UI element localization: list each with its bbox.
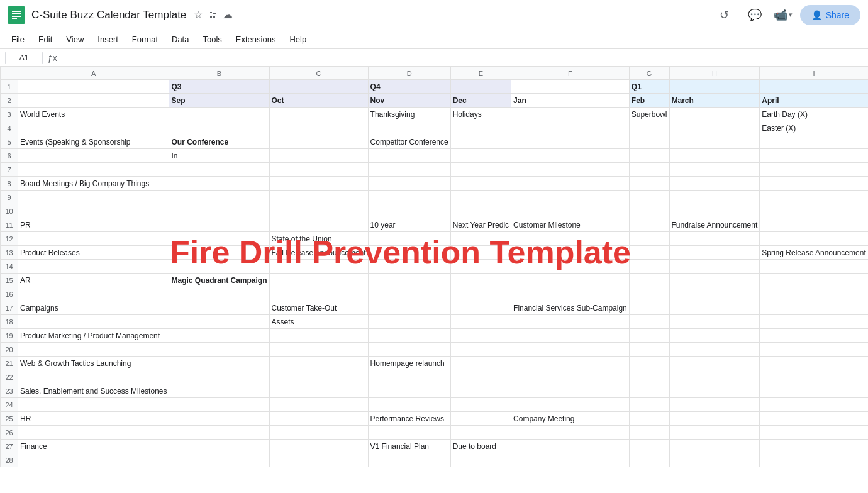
cell-r11-c2[interactable]	[169, 218, 269, 232]
cloud-icon[interactable]: ☁	[223, 9, 233, 21]
row-header-28[interactable]: 28	[1, 453, 18, 467]
cell-r27-c8[interactable]	[669, 440, 760, 453]
cell-r28-c5[interactable]	[450, 453, 511, 467]
cell-r18-c4[interactable]	[368, 315, 450, 329]
cell-r8-c7[interactable]	[629, 177, 669, 191]
cell-r26-c6[interactable]	[511, 426, 630, 440]
cell-r17-c8[interactable]	[669, 301, 760, 315]
cell-r16-c2[interactable]	[169, 287, 269, 301]
cell-r24-c5[interactable]	[450, 398, 511, 412]
menu-insert[interactable]: Insert	[91, 32, 125, 47]
cell-r3-c1[interactable]: World Events	[18, 108, 169, 121]
cell-r25-c8[interactable]	[669, 412, 760, 426]
cell-r22-c9[interactable]	[760, 370, 868, 384]
cell-r17-c6[interactable]: Financial Services Sub-Campaign	[511, 301, 630, 315]
cell-r6-c5[interactable]	[450, 149, 511, 163]
cell-r17-c7[interactable]	[629, 301, 669, 315]
cell-r25-c3[interactable]	[269, 412, 368, 426]
cell-r10-c1[interactable]	[18, 204, 169, 218]
cell-r15-c4[interactable]	[368, 274, 450, 287]
row-header-13[interactable]: 13	[1, 246, 18, 260]
cell-r23-c1[interactable]: Sales, Enablement and Success Milestones	[18, 384, 169, 398]
cell-r11-c3[interactable]	[269, 218, 368, 232]
cell-r14-c3[interactable]	[269, 260, 368, 274]
cell-r15-c5[interactable]	[450, 274, 511, 287]
cell-r20-c6[interactable]	[511, 343, 630, 357]
cell-r3-c2[interactable]	[169, 108, 269, 121]
cell-r4-c8[interactable]	[669, 121, 760, 135]
drive-icon[interactable]: 🗂	[208, 9, 218, 21]
cell-r18-c2[interactable]	[169, 315, 269, 329]
cell-r9-c5[interactable]	[450, 191, 511, 204]
cell-r25-c7[interactable]	[629, 412, 669, 426]
cell-r28-c9[interactable]	[760, 453, 868, 467]
cell-r4-c7[interactable]	[629, 121, 669, 135]
cell-r10-c6[interactable]	[511, 204, 630, 218]
cell-r25-c1[interactable]: HR	[18, 412, 169, 426]
cell-r15-c6[interactable]	[511, 274, 630, 287]
cell-r22-c4[interactable]	[368, 370, 450, 384]
cell-r10-c9[interactable]	[760, 204, 868, 218]
history-button[interactable]: ↺	[713, 4, 736, 26]
cell-r5-c3[interactable]	[269, 135, 368, 149]
cell-r24-c4[interactable]	[368, 398, 450, 412]
cell-r10-c3[interactable]	[269, 204, 368, 218]
cell-r3-c4[interactable]: Thanksgiving	[368, 108, 450, 121]
cell-r13-c4[interactable]	[368, 246, 450, 260]
cell-r14-c1[interactable]	[18, 260, 169, 274]
cell-r13-c5[interactable]	[450, 246, 511, 260]
cell-r28-c4[interactable]	[368, 453, 450, 467]
cell-r15-c8[interactable]	[669, 274, 760, 287]
cell-r22-c7[interactable]	[629, 370, 669, 384]
cell-r15-c7[interactable]	[629, 274, 669, 287]
cell-r11-c6[interactable]: Customer Milestone	[511, 218, 630, 232]
row-header-25[interactable]: 25	[1, 412, 18, 426]
cell-r22-c5[interactable]	[450, 370, 511, 384]
cell-r6-c2[interactable]: In	[169, 149, 269, 163]
cell-r27-c1[interactable]: Finance	[18, 440, 169, 453]
cell-r9-c7[interactable]	[629, 191, 669, 204]
cell-r17-c4[interactable]	[368, 301, 450, 315]
col-header-I[interactable]: I	[760, 67, 868, 80]
cell-r17-c9[interactable]	[760, 301, 868, 315]
cell-r17-c3[interactable]: Customer Take-Out	[269, 301, 368, 315]
cell-r18-c7[interactable]	[629, 315, 669, 329]
cell-r6-c7[interactable]	[629, 149, 669, 163]
cell-r4-c1[interactable]	[18, 121, 169, 135]
cell-r1-c4[interactable]: Q4	[368, 80, 450, 94]
cell-r3-c6[interactable]	[511, 108, 630, 121]
cell-r28-c2[interactable]	[169, 453, 269, 467]
cell-r3-c7[interactable]: Superbowl	[629, 108, 669, 121]
cell-r2-c2[interactable]: Sep	[169, 94, 269, 108]
cell-r19-c9[interactable]	[760, 329, 868, 343]
cell-r6-c6[interactable]	[511, 149, 630, 163]
cell-r23-c4[interactable]	[368, 384, 450, 398]
cell-r20-c2[interactable]	[169, 343, 269, 357]
cell-r12-c6[interactable]	[511, 232, 630, 246]
cell-r26-c8[interactable]	[669, 426, 760, 440]
cell-r7-c5[interactable]	[450, 163, 511, 177]
cell-r7-c9[interactable]	[760, 163, 868, 177]
cell-r1-c9[interactable]	[760, 80, 868, 94]
cell-r3-c3[interactable]	[269, 108, 368, 121]
cell-r15-c2[interactable]: Magic Quadrant Campaign	[169, 274, 269, 287]
cell-r18-c1[interactable]	[18, 315, 169, 329]
cell-r26-c3[interactable]	[269, 426, 368, 440]
cell-r16-c6[interactable]	[511, 287, 630, 301]
cell-r1-c1[interactable]	[18, 80, 169, 94]
row-header-3[interactable]: 3	[1, 108, 18, 121]
cell-r11-c4[interactable]: 10 year	[368, 218, 450, 232]
cell-r26-c2[interactable]	[169, 426, 269, 440]
cell-r14-c8[interactable]	[669, 260, 760, 274]
cell-r19-c3[interactable]	[269, 329, 368, 343]
cell-r16-c5[interactable]	[450, 287, 511, 301]
cell-r16-c7[interactable]	[629, 287, 669, 301]
cell-r10-c4[interactable]	[368, 204, 450, 218]
cell-r9-c6[interactable]	[511, 191, 630, 204]
cell-r14-c5[interactable]	[450, 260, 511, 274]
cell-r12-c4[interactable]	[368, 232, 450, 246]
cell-r10-c8[interactable]	[669, 204, 760, 218]
cell-r16-c1[interactable]	[18, 287, 169, 301]
cell-r16-c8[interactable]	[669, 287, 760, 301]
star-icon[interactable]: ☆	[194, 9, 203, 21]
